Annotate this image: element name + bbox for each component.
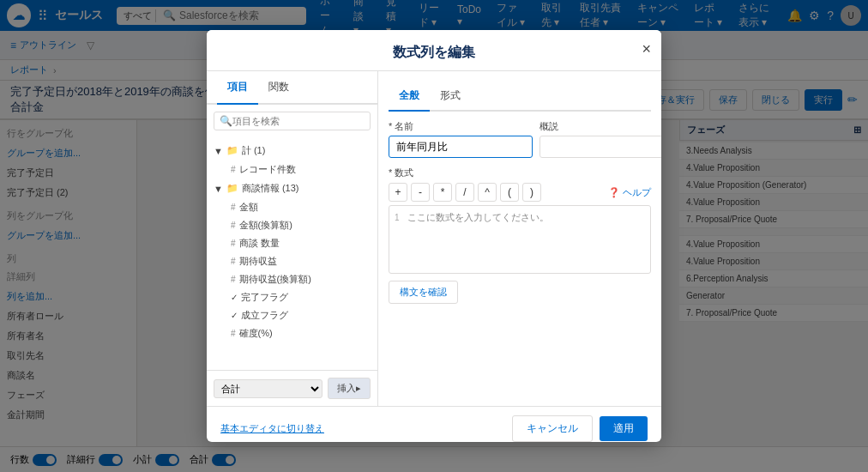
insert-button[interactable]: 挿入▸ (328, 378, 371, 399)
formula-line-number: 1 (395, 213, 400, 222)
tab-general[interactable]: 全般 (389, 82, 430, 112)
field-search-input[interactable] (232, 116, 365, 126)
tree-child-probability-label: 確度(%) (239, 327, 273, 340)
formula-editor-modal: 数式列を編集 × 項目 関数 🔍 (207, 30, 661, 442)
operator-power-button[interactable]: ^ (478, 183, 497, 202)
tree-child-quantity-label: 商談 数量 (239, 237, 280, 250)
modal-footer: 基本エディタに切り替え キャンセル 適用 (207, 406, 661, 442)
folder-icon: 📁 (226, 183, 238, 194)
tree-child-expected-revenue-converted[interactable]: # 期待収益(換算額) (207, 270, 377, 288)
tab-format[interactable]: 形式 (430, 82, 471, 112)
formula-placeholder-text: ここに数式を入力してください。 (407, 212, 549, 222)
tree-child-complete-flag-label: 完了フラグ (241, 291, 288, 304)
formula-label: * 数式 (389, 166, 651, 179)
tree-child-probability[interactable]: # 確度(%) (207, 324, 377, 342)
formula-desc-input[interactable] (539, 136, 661, 158)
operator-divide-button[interactable]: / (455, 183, 474, 202)
operator-minus-button[interactable]: - (411, 183, 430, 202)
operator-close-paren-button[interactable]: ) (522, 183, 541, 202)
tree-group-opportunity-label: 商談情報 (13) (242, 182, 299, 195)
hash-icon: # (231, 203, 236, 212)
modal-left-footer: 合計 挿入▸ (207, 370, 377, 406)
hash-icon: # (231, 275, 236, 284)
tab-fields[interactable]: 項目 (217, 71, 258, 105)
modal-body: 項目 関数 🔍 ▼ 📁 計 (1) (207, 71, 661, 406)
modal-left-tabs: 項目 関数 (207, 71, 377, 105)
tree-group-opportunity-header[interactable]: ▼ 📁 商談情報 (13) (207, 179, 377, 198)
hash-icon: # (231, 329, 236, 338)
tree-child-quantity[interactable]: # 商談 数量 (207, 234, 377, 252)
operator-plus-button[interactable]: + (389, 183, 407, 202)
folder-icon: 📁 (226, 145, 238, 156)
tree-group-total: ▼ 📁 計 (1) # レコード件数 (207, 141, 377, 179)
validate-syntax-button[interactable]: 構文を確認 (389, 281, 458, 304)
tree-group-total-label: 計 (1) (242, 144, 266, 157)
tree-child-amount-label: 金額 (239, 201, 258, 214)
modal-title: 数式列を編集 (393, 44, 475, 62)
chevron-down-icon: ▼ (214, 184, 223, 194)
tree-child-expected-revenue[interactable]: # 期待収益 (207, 252, 377, 270)
check-icon: ✓ (231, 293, 238, 302)
modal-right-tabs: 全般 形式 (389, 82, 651, 112)
hash-icon: # (231, 221, 236, 230)
desc-label: 概説 (539, 120, 661, 133)
formula-operator-toolbar: + - * / ^ ( ) ❓ ヘルプ (389, 183, 651, 202)
desc-field-group: 概説 (539, 120, 661, 158)
tree-child-expected-revenue-label: 期待収益 (239, 255, 277, 268)
hash-icon: # (231, 257, 236, 266)
tree-child-win-flag[interactable]: ✓ 成立フラグ (207, 306, 377, 324)
apply-button[interactable]: 適用 (600, 416, 648, 441)
tree-child-record-count-label: レコード件数 (239, 163, 296, 176)
modal-overlay: 数式列を編集 × 項目 関数 🔍 (0, 0, 868, 472)
tree-child-amount[interactable]: # 金額 (207, 198, 377, 216)
modal-header: 数式列を編集 × (207, 30, 661, 71)
cancel-button[interactable]: キャンセル (512, 415, 593, 442)
tab-functions[interactable]: 関数 (258, 71, 299, 105)
tree-group-total-header[interactable]: ▼ 📁 計 (1) (207, 141, 377, 160)
modal-right-panel: 全般 形式 * 名前 概説 * 数式 (378, 71, 661, 406)
field-search-icon: 🔍 (220, 115, 232, 127)
name-desc-row: * 名前 概説 (389, 120, 651, 158)
formula-text-area[interactable]: 1 ここに数式を入力してください。 (389, 205, 651, 274)
basic-editor-link[interactable]: 基本エディタに切り替え (220, 422, 324, 435)
tree-group-opportunity: ▼ 📁 商談情報 (13) # 金額 # 金額(換算額) (207, 179, 377, 342)
tree-child-win-flag-label: 成立フラグ (241, 309, 288, 322)
check-icon: ✓ (231, 311, 238, 320)
formula-section: * 数式 + - * / ^ ( ) ❓ ヘルプ 1 (389, 166, 651, 274)
tree-child-amount-converted[interactable]: # 金額(換算額) (207, 216, 377, 234)
formula-help-link[interactable]: ❓ ヘルプ (608, 186, 651, 199)
tree-child-amount-converted-label: 金額(換算額) (239, 219, 292, 232)
field-search-box: 🔍 (214, 112, 371, 130)
tree-child-record-count[interactable]: # レコード件数 (207, 160, 377, 179)
operator-open-paren-button[interactable]: ( (500, 183, 519, 202)
field-tree: ▼ 📁 計 (1) # レコード件数 ▼ 📁 (207, 137, 377, 370)
tree-child-expected-revenue-converted-label: 期待収益(換算額) (239, 273, 311, 286)
aggregation-select[interactable]: 合計 (214, 379, 322, 398)
chevron-down-icon: ▼ (214, 146, 223, 156)
hash-icon: # (231, 165, 236, 174)
hash-icon: # (231, 239, 236, 248)
name-field-group: * 名前 (389, 120, 533, 158)
tree-child-complete-flag[interactable]: ✓ 完了フラグ (207, 288, 377, 306)
name-label: * 名前 (389, 120, 533, 133)
operator-multiply-button[interactable]: * (433, 183, 452, 202)
formula-name-input[interactable] (389, 136, 533, 158)
modal-close-button[interactable]: × (642, 40, 651, 58)
modal-left-panel: 項目 関数 🔍 ▼ 📁 計 (1) (207, 71, 378, 406)
